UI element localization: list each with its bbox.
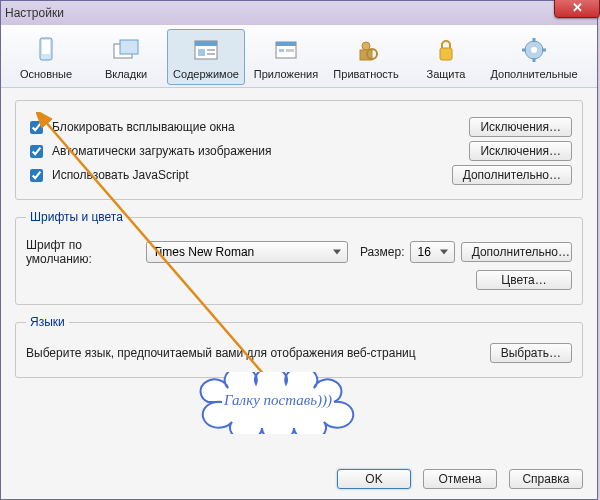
ok-button[interactable]: OK <box>337 469 411 489</box>
block-popups-label: Блокировать всплывающие окна <box>52 120 235 134</box>
choose-language-button[interactable]: Выбрать… <box>490 343 572 363</box>
settings-window: Настройки ✕ Основные Вкладки Содержимое <box>0 0 598 500</box>
tab-label: Дополнительные <box>490 68 578 80</box>
svg-rect-3 <box>120 40 138 54</box>
advanced-js-button[interactable]: Дополнительно… <box>452 165 572 185</box>
gear-icon <box>518 34 550 66</box>
toolbar: Основные Вкладки Содержимое Приложения П… <box>1 25 597 88</box>
tab-advanced[interactable]: Дополнительные <box>487 29 581 85</box>
tab-label: Основные <box>10 68 82 80</box>
tab-tabs[interactable]: Вкладки <box>87 29 165 85</box>
use-js-label: Использовать JavaScript <box>52 168 189 182</box>
tab-label: Вкладки <box>90 68 162 80</box>
tab-content[interactable]: Содержимое <box>167 29 245 85</box>
content-icon <box>190 34 222 66</box>
general-icon <box>30 34 62 66</box>
languages-group: Языки Выберите язык, предпочитаемый вами… <box>15 315 583 378</box>
block-popups-checkbox[interactable] <box>30 121 43 134</box>
svg-rect-8 <box>207 53 215 55</box>
close-button[interactable]: ✕ <box>554 0 600 18</box>
colors-button[interactable]: Цвета… <box>476 270 572 290</box>
content-area: Блокировать всплывающие окна Исключения…… <box>1 88 597 396</box>
svg-rect-16 <box>440 48 452 60</box>
svg-point-13 <box>362 42 370 50</box>
languages-legend: Языки <box>26 315 69 329</box>
default-font-label: Шрифт по умолчанию: <box>26 238 140 266</box>
languages-desc: Выберите язык, предпочитаемый вами для о… <box>26 346 484 360</box>
cancel-button[interactable]: Отмена <box>423 469 497 489</box>
svg-rect-11 <box>279 49 284 52</box>
close-icon: ✕ <box>572 0 583 15</box>
font-select-value: Times New Roman <box>153 245 255 259</box>
fonts-legend: Шрифты и цвета <box>26 210 127 224</box>
size-select-value: 16 <box>417 245 430 259</box>
general-group: Блокировать всплывающие окна Исключения…… <box>15 100 583 200</box>
use-js-checkbox[interactable] <box>30 169 43 182</box>
svg-rect-5 <box>195 41 217 46</box>
size-label: Размер: <box>360 245 405 259</box>
dialog-footer: OK Отмена Справка <box>331 469 583 489</box>
exceptions-images-button[interactable]: Исключения… <box>469 141 572 161</box>
tab-label: Приложения <box>250 68 322 80</box>
fonts-advanced-button[interactable]: Дополнительно… <box>461 242 572 262</box>
tab-label: Содержимое <box>170 68 242 80</box>
load-images-label: Автоматически загружать изображения <box>52 144 271 158</box>
titlebar: Настройки ✕ <box>1 1 597 25</box>
tab-applications[interactable]: Приложения <box>247 29 325 85</box>
applications-icon <box>270 34 302 66</box>
tab-label: Приватность <box>330 68 402 80</box>
svg-rect-7 <box>207 49 215 51</box>
size-select[interactable]: 16 <box>410 241 454 263</box>
tab-label: Защита <box>410 68 482 80</box>
lock-icon <box>430 34 462 66</box>
fonts-group: Шрифты и цвета Шрифт по умолчанию: Times… <box>15 210 583 305</box>
window-title: Настройки <box>5 6 64 20</box>
font-select[interactable]: Times New Roman <box>146 241 348 263</box>
svg-point-18 <box>531 47 537 53</box>
load-images-checkbox[interactable] <box>30 145 43 158</box>
exceptions-popups-button[interactable]: Исключения… <box>469 117 572 137</box>
svg-rect-6 <box>198 49 205 56</box>
tab-security[interactable]: Защита <box>407 29 485 85</box>
svg-rect-12 <box>286 49 294 52</box>
tabs-icon <box>110 34 142 66</box>
svg-rect-10 <box>276 42 296 46</box>
tab-general[interactable]: Основные <box>7 29 85 85</box>
privacy-icon <box>350 34 382 66</box>
help-button[interactable]: Справка <box>509 469 583 489</box>
tab-privacy[interactable]: Приватность <box>327 29 405 85</box>
svg-rect-1 <box>42 40 50 54</box>
